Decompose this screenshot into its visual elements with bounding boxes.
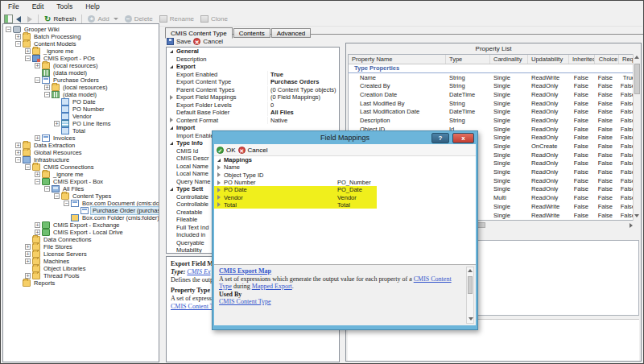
property-grid-row[interactable]: Export Field Mappings(0 Field Mappings) <box>167 93 339 101</box>
collapse-icon[interactable]: − <box>25 56 31 61</box>
tree-item[interactable]: +CMIS Export - Local Drive <box>3 229 159 236</box>
category-expanded-icon[interactable] <box>167 142 176 145</box>
menu-item-help[interactable]: Help <box>79 2 105 12</box>
collapse-icon[interactable]: − <box>54 193 60 199</box>
menu-item-tools[interactable]: Tools <box>50 2 79 12</box>
expand-arrow-icon[interactable] <box>214 188 224 192</box>
menu-item-file[interactable]: File <box>2 2 26 12</box>
expand-icon[interactable]: + <box>25 48 31 54</box>
category-expanded-icon[interactable] <box>167 65 176 68</box>
dialog-scrollbar[interactable] <box>466 267 474 324</box>
cmis-content-type-link[interactable]: CMIS Content T <box>171 303 214 310</box>
tree-item[interactable]: Total <box>3 127 159 134</box>
ok-button[interactable]: OK <box>226 147 236 154</box>
expand-icon[interactable]: + <box>35 230 40 235</box>
tree-item[interactable]: −(data model) <box>3 91 159 98</box>
expand-arrow-icon[interactable] <box>167 95 176 100</box>
tree-item[interactable]: +Global Resources <box>3 149 159 156</box>
mapping-row[interactable]: PO NumberPO_Number <box>214 179 476 186</box>
tree-item[interactable]: Data Connections <box>3 236 159 243</box>
expand-icon[interactable]: + <box>35 222 40 228</box>
collapse-icon[interactable]: − <box>15 157 21 163</box>
save-button[interactable]: Save <box>176 38 191 45</box>
mapped-export-link[interactable]: Mapped Export <box>252 283 292 290</box>
column-header-cardinality[interactable]: Cardinality <box>490 55 528 64</box>
collapse-icon[interactable]: − <box>15 41 21 47</box>
tree-item[interactable]: −CMIS Export - Box <box>3 178 159 185</box>
property-grid-row[interactable]: Description <box>167 56 339 64</box>
expand-icon[interactable]: + <box>44 85 50 90</box>
column-header-inherited[interactable]: Inherited <box>569 55 595 64</box>
property-grid-row[interactable]: Export Content TypePurchase Orders <box>167 78 339 86</box>
column-header-updatability[interactable]: Updatability <box>528 55 569 64</box>
table-row[interactable]: Last Modification DateDateTimeSingleRead… <box>349 107 634 116</box>
tree-item[interactable]: Reports <box>3 279 159 287</box>
menu-item-edit[interactable]: Edit <box>26 2 51 12</box>
expand-icon[interactable]: + <box>25 244 31 250</box>
mapping-row[interactable]: TotalTotal <box>214 201 476 209</box>
expand-arrow-icon[interactable] <box>214 172 224 177</box>
expand-arrow-icon[interactable] <box>167 118 176 122</box>
tree-item[interactable]: −All Files <box>3 185 159 192</box>
dialog-cancel-button[interactable]: Cancel <box>248 147 268 154</box>
tree-item[interactable]: Object Libraries <box>3 265 159 272</box>
expand-arrow-icon[interactable] <box>214 195 224 200</box>
column-header-choice[interactable]: Choice <box>595 55 619 64</box>
table-row[interactable]: Last Modified ByStringSingleReadOnlyFals… <box>349 99 634 108</box>
expand-arrow-icon[interactable] <box>214 180 224 185</box>
tree-item[interactable]: PO Date <box>3 98 159 105</box>
tab-advanced[interactable]: Advanced <box>271 28 312 38</box>
collapse-icon[interactable]: − <box>44 92 50 97</box>
column-header-type[interactable]: Type <box>446 55 490 64</box>
property-grid-row[interactable]: General <box>167 48 339 56</box>
expand-icon[interactable]: + <box>15 150 21 155</box>
collapse-icon[interactable]: − <box>64 201 69 206</box>
tree-item[interactable]: +PO Line Items <box>3 120 159 127</box>
scroll-right-icon[interactable] <box>630 223 633 228</box>
category-expanded-icon[interactable] <box>167 188 176 191</box>
tree-item[interactable]: PO Number <box>3 105 159 113</box>
expand-icon[interactable]: + <box>25 251 31 257</box>
collapse-icon[interactable]: − <box>35 77 40 83</box>
tree-item[interactable]: +File Stores <box>3 243 159 250</box>
expand-icon[interactable]: + <box>25 273 31 279</box>
tree-item[interactable]: −Purchase Orders <box>3 77 159 84</box>
mapping-row[interactable]: Object Type ID <box>214 172 476 179</box>
tree-item[interactable]: +CMIS Export - Exchange <box>3 221 159 229</box>
expand-arrow-icon[interactable] <box>214 165 224 170</box>
tree-item[interactable]: +Machines <box>3 258 159 265</box>
tree-item[interactable]: (data model) <box>3 69 159 77</box>
property-grid-row[interactable]: Export <box>167 63 339 71</box>
collapse-icon[interactable]: − <box>25 164 31 170</box>
used-by-link[interactable]: CMIS Content Type <box>219 298 271 305</box>
tree-item[interactable]: +(local resources) <box>3 84 159 91</box>
dialog-title-bar[interactable]: Field Mappings ? x <box>214 132 476 144</box>
column-header-property-name[interactable]: Property Name <box>349 55 446 64</box>
scroll-down-icon[interactable] <box>634 214 639 217</box>
category-expanded-icon[interactable] <box>167 50 176 53</box>
collapse-icon[interactable]: − <box>44 186 50 192</box>
property-grid-row[interactable]: Export Folder Levels0 <box>167 101 339 110</box>
property-grid-row[interactable]: Export EnabledTrue <box>167 71 339 79</box>
type-link[interactable]: CMIS Ex <box>187 268 210 275</box>
cancel-button[interactable]: Cancel <box>203 38 223 45</box>
expand-icon[interactable]: + <box>15 143 21 148</box>
expand-icon[interactable]: + <box>25 259 31 264</box>
tab-contents[interactable]: Contents <box>233 28 270 38</box>
tree-item[interactable]: Vendor <box>3 113 159 120</box>
help-button[interactable]: ? <box>431 133 449 143</box>
tree-item[interactable]: Purchase Order (purchaseOrder) <box>3 207 159 214</box>
expand-arrow-icon[interactable] <box>214 202 224 207</box>
tree-item[interactable]: −CMIS Connections <box>3 163 159 171</box>
property-grid-row[interactable]: Parent Content Types(0 Content Type obje… <box>167 86 339 94</box>
scroll-up-icon[interactable] <box>468 269 473 272</box>
tree-item[interactable]: +(local resources) <box>3 62 159 69</box>
category-expanded-icon[interactable] <box>214 159 224 162</box>
tree-item[interactable]: −Infrastructure <box>3 156 159 163</box>
tree-item[interactable]: −CMIS Export - POs <box>3 55 159 62</box>
vertical-scrollbar[interactable] <box>633 54 640 221</box>
expand-icon[interactable]: + <box>35 135 40 141</box>
collapse-icon[interactable]: − <box>6 27 11 32</box>
property-grid-row[interactable]: Default Base FolderAll Files <box>167 109 339 117</box>
mapping-row[interactable]: Name <box>214 163 476 171</box>
